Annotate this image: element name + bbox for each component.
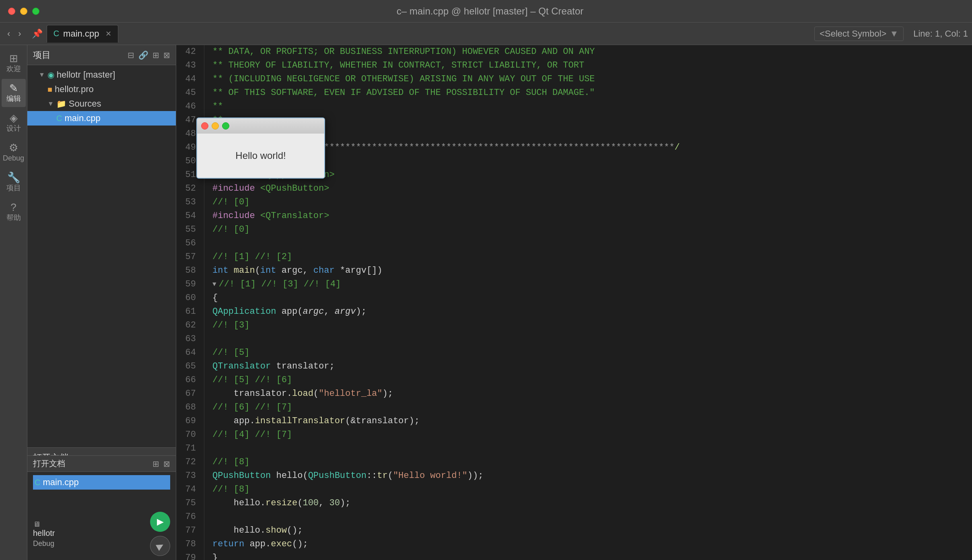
run-buttons: ▶ ▶: [150, 512, 170, 556]
symbol-selector-label: <Select Symbol>: [820, 29, 886, 39]
project-label: 项目: [6, 184, 21, 193]
sidebar-item-welcome[interactable]: ⊞ 欢迎: [2, 49, 26, 77]
expand-button[interactable]: ⊞: [152, 50, 159, 60]
panel-header-actions: ⊟ 🔗 ⊞ ⊠: [128, 50, 170, 60]
tree-item-sources[interactable]: ▼ 📁 Sources: [27, 97, 176, 111]
link-button[interactable]: 🔗: [138, 50, 148, 60]
pro-file-name: hellotr.pro: [55, 84, 94, 95]
design-label: 设计: [6, 124, 21, 133]
filter-button[interactable]: ⊟: [128, 50, 134, 60]
code-line-79: }: [212, 551, 964, 560]
tab-forward-button[interactable]: ›: [15, 27, 24, 41]
open-doc-cpp-icon-bottom: C: [35, 478, 40, 487]
tab-label: main.cpp: [63, 29, 99, 39]
main-tab[interactable]: C main.cpp ✕: [47, 25, 119, 43]
editor-area: 4243444546 4748495051 5253545556 5758596…: [176, 45, 972, 560]
code-line-70: //! [4] //! [7]: [212, 428, 964, 442]
code-line-61: QApplication app(argc, argv);: [212, 305, 964, 319]
run-project-icon: 🖥: [33, 520, 40, 529]
tab-back-button[interactable]: ‹: [4, 27, 13, 41]
popup-content: Hello world!: [197, 134, 324, 178]
pin-icon: 📌: [32, 29, 43, 39]
code-line-72: //! [8]: [212, 455, 964, 469]
debug-label: Debug: [3, 154, 24, 163]
code-line-55: //! [0]: [212, 223, 964, 237]
symbol-selector[interactable]: <Select Symbol> ▼: [814, 27, 904, 41]
run-button[interactable]: ▶: [150, 512, 170, 532]
code-line-49: ****************************************…: [212, 141, 964, 154]
hello-world-popup[interactable]: Hello world!: [196, 117, 325, 179]
code-line-58: int main(int argc, char *argv[]): [212, 264, 964, 278]
code-line-63: [212, 332, 964, 346]
debug-icon: ⚙: [9, 142, 18, 153]
window-maximize-dot[interactable]: [32, 8, 39, 15]
code-line-51: #include <QApplication>: [212, 168, 964, 182]
folder-icon: 📁: [56, 99, 66, 109]
sidebar-icons: ⊞ 欢迎 ✎ 编辑 ◈ 设计 ⚙ Debug 🔧 项目 ? 帮助: [0, 45, 27, 560]
code-line-47: **: [212, 113, 964, 127]
code-line-52: #include <QPushButton>: [212, 182, 964, 196]
cpp-file-name: main.cpp: [64, 113, 100, 124]
code-line-57: //! [1] //! [2]: [212, 250, 964, 264]
popup-maximize-button[interactable]: [222, 122, 229, 130]
project-icon: 🔧: [7, 172, 20, 183]
open-doc-item-bottom[interactable]: C main.cpp: [33, 475, 170, 490]
cpp-icon: C: [56, 114, 62, 123]
run-panel-collapse[interactable]: ⊠: [163, 459, 170, 469]
edit-icon: ✎: [9, 83, 18, 93]
popup-titlebar: [197, 118, 324, 134]
project-panel-title: 项目: [33, 49, 51, 61]
code-line-48: **: [212, 127, 964, 141]
run-panel: 打开文档 ⊞ ⊠ C main.cpp 🖥 hellotr Debug ▶ ▶: [27, 455, 176, 560]
title-bar: c– main.cpp @ hellotr [master] – Qt Crea…: [0, 0, 972, 23]
open-docs-title-bottom: 打开文档: [33, 458, 65, 469]
code-line-66: //! [5] //! [6]: [212, 373, 964, 387]
code-line-65: QTranslator translator;: [212, 360, 964, 373]
help-icon: ?: [10, 202, 16, 212]
collapse-button[interactable]: ⊠: [163, 50, 170, 60]
code-line-56: [212, 237, 964, 250]
code-line-77: hello.show();: [212, 524, 964, 537]
line-col-info: Line: 1, Col: 1: [913, 29, 968, 39]
project-icon-tree: ◉: [47, 70, 54, 80]
window-minimize-dot[interactable]: [20, 8, 27, 15]
open-doc-main-label: main.cpp: [43, 477, 78, 488]
code-line-43: ** THEORY OF LIABILITY, WHETHER IN CONTR…: [212, 59, 964, 72]
open-docs-list-bottom: C main.cpp: [27, 472, 176, 508]
sidebar-item-project[interactable]: 🔧 项目: [2, 168, 26, 196]
code-line-75: hello.resize(100, 30);: [212, 496, 964, 510]
popup-minimize-button[interactable]: [212, 122, 219, 130]
code-line-45: ** OF THIS SOFTWARE, EVEN IF ADVISED OF …: [212, 86, 964, 100]
tree-item-pro[interactable]: ■ hellotr.pro: [27, 82, 176, 97]
tab-bar: ‹ › 📌 C main.cpp ✕ <Select Symbol> ▼ Lin…: [0, 23, 972, 45]
sidebar-item-help[interactable]: ? 帮助: [2, 198, 26, 226]
debug-run-button[interactable]: ▶: [146, 532, 174, 560]
code-line-64: //! [5]: [212, 346, 964, 360]
project-panel-header: 项目 ⊟ 🔗 ⊞ ⊠: [27, 45, 176, 65]
sidebar-item-design[interactable]: ◈ 设计: [2, 109, 26, 137]
sources-arrow: ▼: [47, 100, 54, 107]
design-icon: ◈: [10, 113, 18, 123]
sidebar-item-edit[interactable]: ✎ 编辑: [2, 79, 26, 107]
welcome-icon: ⊞: [9, 53, 18, 64]
code-line-73: QPushButton hello(QPushButton::tr("Hello…: [212, 469, 964, 483]
tree-item-project[interactable]: ▼ ◉ hellotr [master]: [27, 68, 176, 82]
code-line-67: translator.load("hellotr_la");: [212, 387, 964, 401]
code-line-71: [212, 442, 964, 455]
code-line-69: app.installTranslator(&translator);: [212, 414, 964, 428]
code-line-53: //! [0]: [212, 196, 964, 209]
code-line-78: return app.exec();: [212, 537, 964, 551]
run-debug-label: Debug: [33, 539, 54, 548]
tab-close-button[interactable]: ✕: [105, 29, 111, 38]
run-project-name: hellotr: [33, 529, 55, 538]
code-line-50: [212, 154, 964, 168]
window-title: c– main.cpp @ hellotr [master] – Qt Crea…: [329, 6, 651, 17]
popup-close-button[interactable]: [201, 122, 208, 130]
sidebar-item-debug[interactable]: ⚙ Debug: [2, 138, 26, 167]
symbol-selector-arrow: ▼: [890, 29, 898, 39]
tree-item-maincpp[interactable]: C main.cpp: [27, 111, 176, 126]
code-line-62: //! [3]: [212, 319, 964, 332]
run-panel-header: 打开文档 ⊞ ⊠: [27, 456, 176, 472]
window-close-dot[interactable]: [8, 8, 15, 15]
run-panel-expand[interactable]: ⊞: [152, 459, 159, 469]
